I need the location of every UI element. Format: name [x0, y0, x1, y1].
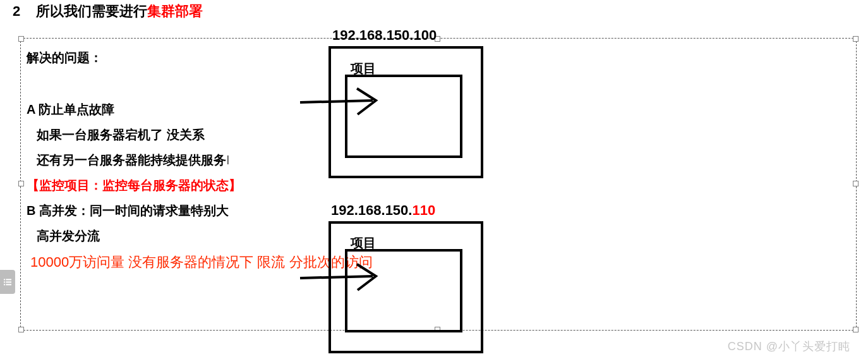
svg-rect-4: [4, 284, 5, 285]
svg-rect-5: [6, 284, 11, 285]
text-monitor: 【监控项目：监控每台服务器的状态】: [27, 177, 241, 194]
watermark-prefix: CSDN: [728, 340, 766, 353]
outline-icon: [3, 277, 13, 287]
text-B: B 高并发：同一时间的请求量特别大: [27, 202, 229, 219]
svg-rect-3: [6, 281, 11, 283]
text-B1: 高并发分流: [37, 228, 100, 245]
heading-number: 2: [13, 3, 20, 19]
server2-ip: 192.168.150.110: [331, 202, 435, 219]
svg-rect-1: [6, 279, 11, 280]
section-heading: 2 所以我们需要进行集群部署: [13, 2, 203, 21]
arrow-to-server1: [297, 85, 392, 123]
server2-label: 项目: [351, 234, 376, 252]
watermark: CSDN @小丫头爱打盹: [728, 339, 850, 354]
watermark-at: @: [766, 340, 778, 353]
text-solve: 解决的问题：: [27, 49, 102, 66]
text-A: A 防止单点故障: [27, 101, 114, 118]
server2-ip-red: 110: [412, 202, 435, 218]
heading-text: 所以我们需要进行: [36, 3, 147, 19]
svg-rect-0: [4, 279, 5, 280]
monitor-red: 【监控项目：监控每台服务器的状态】: [27, 178, 241, 192]
heading-highlight: 集群部署: [147, 3, 203, 19]
text-A2-content: 还有另一台服务器能持续提供服务: [37, 153, 226, 167]
text-A1: 如果一台服务器宕机了 没关系: [37, 126, 205, 143]
side-outline-tab[interactable]: [0, 270, 15, 294]
server1-ip: 192.168.150.100: [332, 27, 437, 44]
watermark-name: 小丫头爱打盹: [778, 340, 850, 353]
server1-label: 项目: [351, 60, 376, 77]
svg-rect-2: [4, 281, 5, 283]
server2-ip-black: 192.168.150.: [331, 202, 412, 218]
arrow-to-server2: [297, 260, 392, 298]
text-A2: 还有另一台服务器能持续提供服务 I: [37, 152, 230, 169]
text-cursor: I: [226, 153, 230, 167]
